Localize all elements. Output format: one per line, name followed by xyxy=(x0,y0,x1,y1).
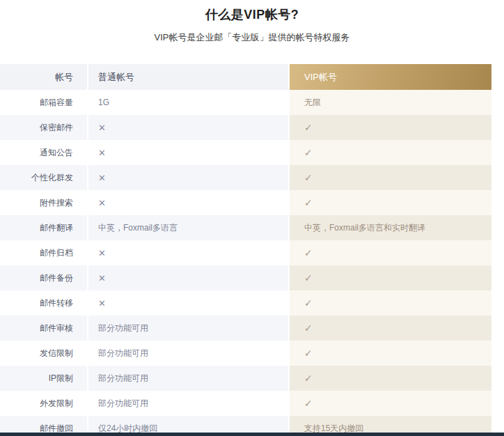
feature-label: 邮件转移 xyxy=(0,290,87,316)
feature-label: 邮件归档 xyxy=(0,240,87,265)
feature-label: 邮件翻译 xyxy=(0,215,87,240)
cross-icon: ✕ xyxy=(88,115,288,140)
header-vip-account: VIP帐号 xyxy=(290,64,491,90)
feature-label: 邮件审核 xyxy=(0,316,87,341)
cross-icon: ✕ xyxy=(88,165,288,190)
cross-icon: ✕ xyxy=(88,240,288,265)
feature-label: 外发限制 xyxy=(0,391,87,416)
feature-label: 保密邮件 xyxy=(0,115,87,140)
vip-account-value: 无限 xyxy=(290,90,491,115)
vip-account-value: 中英，Foxmail多语言和实时翻译 xyxy=(290,215,491,240)
table-row: 保密邮件 ✕ ✓ xyxy=(0,115,491,140)
table-row: 邮件备份 ✕ ✓ xyxy=(0,265,491,290)
feature-label: 个性化群发 xyxy=(0,165,87,190)
feature-label: 附件搜索 xyxy=(0,190,87,215)
cross-icon: ✕ xyxy=(88,265,288,290)
cross-icon: ✕ xyxy=(88,290,288,316)
normal-account-value: 部分功能可用 xyxy=(88,316,288,341)
feature-label: IP限制 xyxy=(0,366,87,391)
cross-icon: ✕ xyxy=(88,190,288,215)
table-row: 外发限制 部分功能可用 ✓ xyxy=(0,391,491,416)
check-icon: ✓ xyxy=(290,391,491,416)
table-row: 附件搜索 ✕ ✓ xyxy=(0,190,491,215)
normal-account-value: 部分功能可用 xyxy=(88,341,288,366)
normal-account-value: 部分功能可用 xyxy=(88,366,288,391)
check-icon: ✓ xyxy=(290,240,491,265)
feature-label: 通知公告 xyxy=(0,140,87,165)
table-row: 邮件转移 ✕ ✓ xyxy=(0,290,491,316)
table-header-row: 帐号 普通帐号 VIP帐号 xyxy=(0,64,491,90)
page-heading: 什么是VIP帐号? VIP帐号是企业邮「专业版」提供的帐号特权服务 xyxy=(0,0,504,43)
bottom-edge-bar xyxy=(0,433,504,436)
check-icon: ✓ xyxy=(290,115,491,140)
table-row: 邮件归档 ✕ ✓ xyxy=(0,240,491,265)
table-row: IP限制 部分功能可用 ✓ xyxy=(0,366,491,391)
table-row: 通知公告 ✕ ✓ xyxy=(0,140,491,165)
header-normal-account: 普通帐号 xyxy=(88,64,288,90)
normal-account-value: 部分功能可用 xyxy=(88,391,288,416)
table-body: 邮箱容量 1G 无限 保密邮件 ✕ ✓ 通知公告 ✕ ✓ 个性化群发 ✕ ✓ 附… xyxy=(0,90,491,436)
feature-label: 邮件备份 xyxy=(0,265,87,290)
page-title: 什么是VIP帐号? xyxy=(0,7,504,22)
check-icon: ✓ xyxy=(290,190,491,215)
check-icon: ✓ xyxy=(290,140,491,165)
cross-icon: ✕ xyxy=(88,140,288,165)
table-row: 邮件翻译 中英，Foxmail多语言 中英，Foxmail多语言和实时翻译 xyxy=(0,215,491,240)
feature-label: 发信限制 xyxy=(0,341,87,366)
normal-account-value: 1G xyxy=(88,90,288,115)
comparison-table: 帐号 普通帐号 VIP帐号 邮箱容量 1G 无限 保密邮件 ✕ ✓ 通知公告 ✕… xyxy=(0,64,491,436)
check-icon: ✓ xyxy=(290,316,491,341)
table-row: 发信限制 部分功能可用 ✓ xyxy=(0,341,491,366)
check-icon: ✓ xyxy=(290,165,491,190)
page-subtitle: VIP帐号是企业邮「专业版」提供的帐号特权服务 xyxy=(0,32,504,43)
table-row: 个性化群发 ✕ ✓ xyxy=(0,165,491,190)
table-row: 邮件审核 部分功能可用 ✓ xyxy=(0,316,491,341)
check-icon: ✓ xyxy=(290,290,491,316)
table-row: 邮箱容量 1G 无限 xyxy=(0,90,491,115)
header-account: 帐号 xyxy=(0,64,87,90)
check-icon: ✓ xyxy=(290,366,491,391)
check-icon: ✓ xyxy=(290,341,491,366)
check-icon: ✓ xyxy=(290,265,491,290)
normal-account-value: 中英，Foxmail多语言 xyxy=(88,215,288,240)
feature-label: 邮箱容量 xyxy=(0,90,87,115)
